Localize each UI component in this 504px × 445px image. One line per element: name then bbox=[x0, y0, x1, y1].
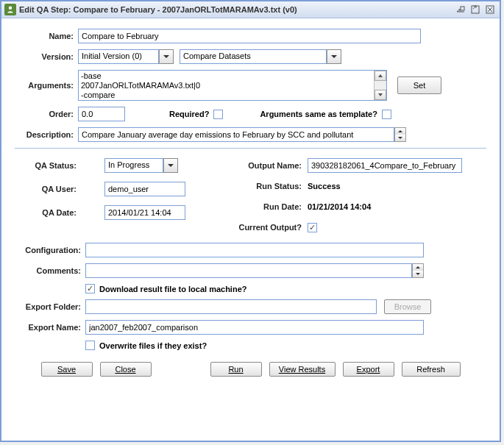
export-button[interactable]: Export bbox=[343, 362, 394, 377]
version-label: Version: bbox=[15, 52, 78, 61]
current-output-checkbox[interactable] bbox=[308, 223, 317, 232]
run-button[interactable]: Run bbox=[210, 362, 262, 377]
current-output-label: Current Output? bbox=[221, 223, 308, 232]
comments-input[interactable] bbox=[85, 263, 412, 278]
spin-down-icon[interactable] bbox=[395, 135, 405, 141]
qa-status-combo[interactable]: In Progress bbox=[104, 158, 178, 173]
required-label: Required? bbox=[169, 110, 209, 118]
arguments-line: -compare bbox=[81, 90, 372, 100]
qa-status-value: In Progress bbox=[104, 158, 163, 173]
svg-point-0 bbox=[9, 7, 13, 10]
name-label: Name: bbox=[15, 32, 78, 40]
qa-date-label: QA Date: bbox=[15, 208, 82, 217]
close-icon[interactable] bbox=[485, 4, 495, 15]
description-label: Description: bbox=[15, 130, 78, 139]
download-checkbox[interactable] bbox=[85, 284, 95, 293]
args-same-checkbox[interactable] bbox=[382, 110, 391, 119]
export-folder-label: Export Folder: bbox=[15, 302, 85, 311]
qa-status-label: QA Status: bbox=[15, 161, 82, 170]
chevron-down-icon[interactable] bbox=[163, 158, 178, 173]
configuration-label: Configuration: bbox=[15, 246, 85, 254]
refresh-button[interactable]: Refresh bbox=[402, 362, 461, 377]
arguments-line: 2007JanORLTotMARAMAv3.txt|0 bbox=[81, 81, 372, 90]
maximize-icon[interactable] bbox=[470, 4, 480, 15]
overwrite-checkbox[interactable] bbox=[85, 341, 95, 350]
svg-rect-1 bbox=[461, 7, 464, 10]
download-label: Download result file to local machine? bbox=[99, 285, 246, 293]
close-button[interactable]: Close bbox=[100, 362, 152, 377]
arguments-scrollbar[interactable] bbox=[374, 71, 386, 100]
order-label: Order: bbox=[15, 110, 78, 118]
export-name-input[interactable] bbox=[85, 320, 424, 335]
run-status-label: Run Status: bbox=[221, 182, 308, 191]
run-date-label: Run Date: bbox=[221, 202, 308, 211]
program-value: Compare Datasets bbox=[180, 49, 327, 64]
arguments-label: Arguments: bbox=[15, 81, 78, 90]
export-name-label: Export Name: bbox=[15, 323, 85, 332]
spin-down-icon[interactable] bbox=[413, 271, 423, 277]
run-date-value: 01/21/2014 14:04 bbox=[308, 202, 371, 211]
titlebar: Edit QA Step: Compare to February - 2007… bbox=[1, 1, 500, 18]
version-value: Initial Version (0) bbox=[78, 49, 159, 64]
description-input[interactable] bbox=[78, 127, 394, 142]
chevron-down-icon[interactable] bbox=[159, 49, 174, 64]
run-status-value: Success bbox=[308, 182, 341, 191]
name-input[interactable] bbox=[78, 29, 421, 43]
window-title: Edit QA Step: Compare to February - 2007… bbox=[19, 5, 455, 14]
export-folder-input[interactable] bbox=[85, 299, 377, 314]
browse-button: Browse bbox=[384, 299, 431, 314]
divider bbox=[15, 148, 486, 149]
arguments-text: -base 2007JanORLTotMARAMAv3.txt|0 -compa… bbox=[79, 71, 374, 100]
version-combo[interactable]: Initial Version (0) bbox=[78, 49, 174, 64]
scroll-down-icon[interactable] bbox=[375, 90, 386, 100]
order-input[interactable] bbox=[78, 107, 125, 121]
chevron-down-icon[interactable] bbox=[327, 49, 341, 64]
comments-label: Comments: bbox=[15, 266, 85, 275]
save-button[interactable]: Save bbox=[41, 362, 93, 377]
dialog-window: Edit QA Step: Compare to February - 2007… bbox=[0, 0, 501, 442]
app-icon bbox=[4, 4, 16, 15]
output-name-label: Output Name: bbox=[221, 161, 308, 170]
arguments-textarea[interactable]: -base 2007JanORLTotMARAMAv3.txt|0 -compa… bbox=[78, 70, 387, 101]
button-bar: Save Close Run View Results Export Refre… bbox=[15, 356, 486, 382]
description-spinner[interactable] bbox=[394, 127, 406, 142]
required-checkbox[interactable] bbox=[213, 110, 223, 119]
set-button[interactable]: Set bbox=[397, 76, 441, 94]
arguments-line: -base bbox=[81, 71, 372, 81]
scroll-up-icon[interactable] bbox=[375, 71, 386, 81]
configuration-input[interactable] bbox=[85, 243, 424, 257]
spin-up-icon[interactable] bbox=[413, 264, 423, 271]
qa-user-input[interactable] bbox=[104, 182, 185, 196]
output-name-input[interactable] bbox=[308, 158, 462, 173]
spin-up-icon[interactable] bbox=[395, 128, 405, 135]
program-combo[interactable]: Compare Datasets bbox=[180, 49, 341, 64]
args-same-label: Arguments same as template? bbox=[260, 110, 377, 118]
comments-spinner[interactable] bbox=[412, 263, 424, 278]
view-results-button[interactable]: View Results bbox=[269, 362, 336, 377]
qa-date-input[interactable] bbox=[104, 205, 185, 220]
overwrite-label: Overwrite files if they exist? bbox=[99, 341, 207, 350]
minimize-icon[interactable] bbox=[455, 4, 466, 15]
qa-user-label: QA User: bbox=[15, 185, 82, 193]
